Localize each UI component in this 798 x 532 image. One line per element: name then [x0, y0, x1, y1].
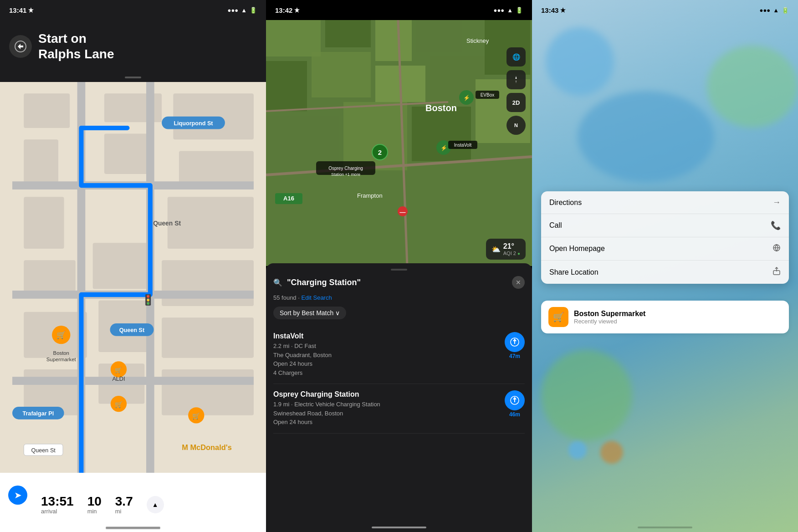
panel-ev-search: 13:42 ●●● ▲ 🔋 — [266, 0, 532, 532]
svg-text:Osprey Charging: Osprey Charging — [328, 166, 363, 171]
result-meta-2: 1.9 mi · Electric Vehicle Charging Stati… — [273, 400, 499, 427]
svg-rect-53 — [266, 61, 307, 111]
svg-rect-18 — [162, 369, 254, 415]
svg-rect-2 — [24, 93, 70, 128]
map-dot-1 — [568, 441, 587, 459]
svg-rect-4 — [24, 197, 64, 249]
svg-text:2: 2 — [378, 148, 382, 156]
map-controls: 🌐 2D N — [506, 47, 526, 135]
map-blob-4 — [541, 350, 632, 441]
nav-instruction: Start on Ralphs Lane — [38, 31, 114, 61]
status-time-3: 13:43 — [541, 6, 566, 14]
rv-sub: Recently viewed — [574, 318, 645, 325]
time-label-1: 47m — [509, 353, 520, 359]
svg-text:🚦: 🚦 — [142, 293, 155, 306]
svg-text:—: — — [400, 209, 406, 215]
arrival-time: 13:51 arrival — [41, 495, 74, 515]
result-name-1: InstaVolt — [273, 332, 499, 340]
result-action-2: 46m — [505, 390, 525, 418]
map-area-2[interactable]: A16 Stickney Boston Frampton ⚡ EVBox ⚡ I… — [266, 20, 532, 266]
result-info-1: InstaVolt 2.2 mi · DC Fast The Quadrant,… — [273, 332, 499, 377]
direction-btn-2[interactable] — [505, 390, 525, 410]
recently-viewed-card[interactable]: 🛒 Boston Supermarket Recently viewed — [541, 301, 789, 333]
svg-rect-54 — [312, 52, 371, 97]
drag-handle-1[interactable] — [125, 77, 141, 78]
svg-rect-7 — [104, 134, 150, 174]
expand-btn[interactable]: ▲ — [147, 496, 164, 513]
search-icon: 🔍 — [273, 278, 282, 287]
home-indicator-1b — [106, 527, 160, 528]
compass-direction-btn[interactable] — [506, 70, 526, 89]
globe-btn[interactable]: 🌐 — [506, 47, 526, 66]
svg-text:ALDI: ALDI — [112, 376, 125, 382]
search-query: "Charging Station" — [287, 278, 507, 287]
svg-text:Stickney: Stickney — [466, 37, 489, 44]
nav-bottom: ➤ 13:51 arrival 10 min 3.7 mi ▲ — [0, 473, 266, 532]
status-icons-1: ●●● ▲ 🔋 — [228, 7, 257, 14]
svg-rect-5 — [24, 260, 76, 295]
svg-text:M McDonald's: M McDonald's — [182, 443, 232, 451]
map-dot-2 — [600, 441, 623, 464]
svg-rect-49 — [266, 20, 321, 56]
svg-text:Queen St: Queen St — [31, 447, 56, 454]
menu-label-call: Call — [549, 221, 562, 230]
svg-rect-50 — [325, 20, 371, 47]
svg-rect-52 — [416, 20, 462, 52]
2d-btn[interactable]: 2D — [506, 93, 526, 112]
svg-text:⚡: ⚡ — [463, 94, 470, 101]
panel-context-menu: 13:43 ●●● ▲ 🔋 Directions → Call 📞 — [532, 0, 798, 532]
call-icon: 📞 — [771, 220, 781, 230]
time-label-2: 46m — [509, 411, 520, 418]
svg-text:Trafalgar Pl: Trafalgar Pl — [22, 410, 54, 417]
svg-text:🛒: 🛒 — [115, 401, 123, 409]
map-blob-2 — [707, 46, 798, 128]
svg-text:⚡: ⚡ — [440, 144, 447, 151]
svg-text:A16: A16 — [283, 195, 294, 202]
results-meta: 55 found · Edit Search — [273, 294, 525, 301]
svg-text:🛒: 🛒 — [115, 367, 122, 374]
menu-label-share: Share Location — [549, 268, 598, 276]
result-action-1: 47m — [505, 332, 525, 359]
svg-text:Boston: Boston — [425, 103, 457, 113]
result-item-instavolt[interactable]: InstaVolt 2.2 mi · DC Fast The Quadrant,… — [273, 326, 525, 384]
edit-search-link[interactable]: Edit Search — [301, 294, 332, 301]
close-btn[interactable]: ✕ — [512, 276, 525, 289]
svg-text:Liquorpond St: Liquorpond St — [174, 120, 213, 127]
menu-label-directions: Directions — [549, 199, 582, 207]
svg-rect-9 — [179, 151, 254, 185]
share-icon — [772, 267, 781, 277]
compass-btn[interactable]: N — [506, 116, 526, 135]
svg-rect-59 — [343, 102, 407, 170]
svg-rect-8 — [173, 93, 254, 139]
svg-text:Supermarket: Supermarket — [46, 357, 77, 362]
rv-info: Boston Supermarket Recently viewed — [574, 310, 645, 325]
svg-rect-3 — [24, 139, 58, 185]
status-time-1: 13:41 — [9, 6, 34, 14]
context-menu: Directions → Call 📞 Open Homepage Share … — [541, 191, 789, 284]
search-header-2: 🔍 "Charging Station" ✕ — [273, 276, 525, 289]
menu-item-share[interactable]: Share Location — [541, 261, 789, 284]
menu-item-directions[interactable]: Directions → — [541, 191, 789, 214]
location-btn[interactable]: ➤ — [8, 486, 27, 505]
menu-label-homepage: Open Homepage — [549, 245, 605, 253]
sort-button[interactable]: Sort by Best Match ∨ — [273, 307, 346, 319]
status-icons-3: ●●● ▲ 🔋 — [760, 7, 789, 14]
direction-btn-1[interactable] — [505, 332, 525, 352]
status-bar-2: 13:42 ●●● ▲ 🔋 — [266, 0, 532, 20]
svg-rect-12 — [162, 317, 254, 358]
bottom-sheet-2: 🔍 "Charging Station" ✕ 55 found · Edit S… — [266, 263, 532, 532]
nav-direction-icon — [9, 35, 32, 58]
svg-rect-13 — [93, 243, 150, 289]
duration: 10 min — [87, 495, 102, 515]
result-name-2: Osprey Charging Station — [273, 390, 499, 399]
result-item-osprey[interactable]: Osprey Charging Station 1.9 mi · Electri… — [273, 384, 525, 434]
svg-text:Queen St: Queen St — [153, 220, 181, 227]
home-indicator-2 — [372, 527, 426, 528]
menu-item-homepage[interactable]: Open Homepage — [541, 237, 789, 261]
sheet-handle-2[interactable] — [391, 269, 407, 271]
svg-text:Station +1 more: Station +1 more — [331, 172, 360, 177]
result-meta-1: 2.2 mi · DC Fast The Quadrant, Boston Op… — [273, 342, 499, 377]
svg-text:Frampton: Frampton — [357, 192, 383, 199]
status-bar-1: 13:41 ●●● ▲ 🔋 — [0, 0, 266, 20]
menu-item-call[interactable]: Call 📞 — [541, 214, 789, 237]
